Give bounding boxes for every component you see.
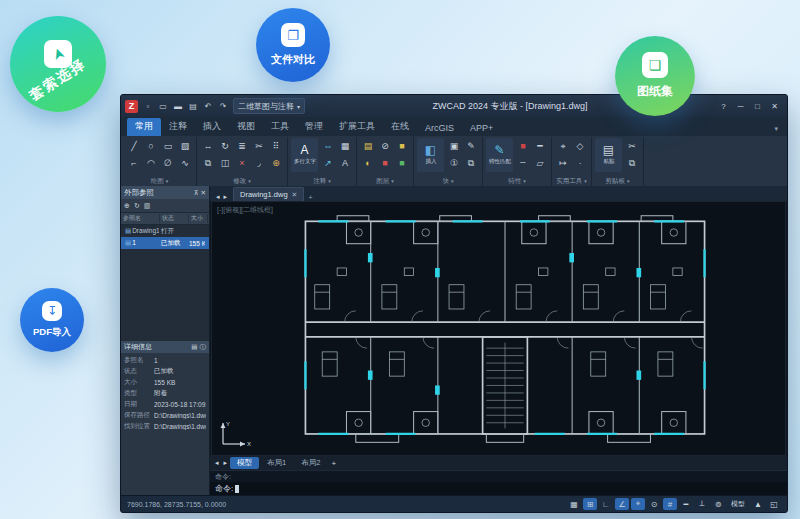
- drawing-canvas[interactable]: [-][俯视][二维线框]: [211, 201, 786, 456]
- move-icon[interactable]: ↔: [200, 138, 216, 154]
- grid-icon[interactable]: ⊞: [583, 498, 597, 510]
- dyn-icon[interactable]: #: [663, 498, 677, 510]
- pdf-import-badge[interactable]: ↧ PDF导入: [20, 288, 84, 352]
- layer-red-icon[interactable]: ■: [377, 155, 393, 171]
- window-maximize-button[interactable]: □: [749, 99, 766, 114]
- table-icon[interactable]: ▦: [337, 138, 353, 154]
- refresh-icon[interactable]: ↻: [134, 202, 140, 210]
- print-icon[interactable]: ▤: [186, 100, 200, 113]
- leader-icon[interactable]: ↗: [320, 155, 336, 171]
- dynucs-icon[interactable]: ⟂: [695, 498, 709, 510]
- area-icon[interactable]: ◇: [572, 138, 588, 154]
- group-expand-icon[interactable]: ▾: [627, 178, 630, 184]
- menu-tab-10[interactable]: APP+: [462, 121, 501, 136]
- document-tab[interactable]: Drawing1.dwg ✕: [233, 187, 304, 201]
- measure-icon[interactable]: ⌖: [555, 138, 571, 154]
- otrack-icon[interactable]: ⊙: [647, 498, 661, 510]
- arc-icon[interactable]: ◠: [143, 155, 159, 171]
- list-view-icon[interactable]: ▥: [144, 202, 151, 210]
- erase-icon[interactable]: ×: [234, 155, 250, 171]
- xref-column-1[interactable]: 参照名: [121, 214, 160, 223]
- spline-icon[interactable]: ∿: [177, 155, 193, 171]
- snap-icon[interactable]: ▦: [567, 498, 581, 510]
- layer-props-icon[interactable]: ▤: [360, 138, 376, 154]
- copy-icon[interactable]: ⧉: [200, 155, 216, 171]
- menu-tab-1[interactable]: 常用: [127, 118, 161, 136]
- ribbon-collapse-icon[interactable]: ▾: [771, 125, 781, 136]
- dist-icon[interactable]: ↦: [555, 155, 571, 171]
- ribbon-big-button[interactable]: ✎特性匹配: [486, 138, 513, 172]
- copyclip-icon[interactable]: ⧉: [463, 155, 479, 171]
- lasso-select-badge[interactable]: ➤ 套索选择: [10, 16, 106, 112]
- group-expand-icon[interactable]: ▾: [166, 178, 169, 184]
- group-expand-icon[interactable]: ▾: [584, 178, 587, 184]
- xref-column-3[interactable]: 大小: [189, 214, 208, 223]
- lwt-icon[interactable]: ━: [679, 498, 693, 510]
- menu-tab-5[interactable]: 工具: [263, 118, 297, 136]
- close-icon[interactable]: ✕: [201, 189, 206, 197]
- ellipse-icon[interactable]: ∅: [160, 155, 176, 171]
- redo-icon[interactable]: ↷: [216, 100, 230, 113]
- file-compare-badge[interactable]: ❐ 文件对比: [256, 8, 330, 82]
- tab-prev-icon[interactable]: ◂: [213, 459, 221, 467]
- lineweight-icon[interactable]: ━: [532, 138, 548, 154]
- model-space-button[interactable]: 模型: [727, 499, 749, 509]
- dim-icon[interactable]: ⇔: [320, 138, 336, 154]
- layout-tab-布局2[interactable]: 布局2: [294, 457, 327, 469]
- window-close-button[interactable]: ✕: [766, 99, 783, 114]
- hatch-icon[interactable]: ▨: [177, 138, 193, 154]
- xref-row[interactable]: ▤1已加载155 KB: [121, 237, 209, 249]
- open-icon[interactable]: ▭: [156, 100, 170, 113]
- group-expand-icon[interactable]: ▾: [391, 178, 394, 184]
- mirror-icon[interactable]: ◫: [217, 155, 233, 171]
- copyclip-icon[interactable]: ⧉: [624, 155, 640, 171]
- menu-tab-3[interactable]: 插入: [195, 118, 229, 136]
- xref-column-2[interactable]: 状态: [160, 214, 189, 223]
- menu-tab-6[interactable]: 管理: [297, 118, 331, 136]
- annoscale-icon[interactable]: ▲: [751, 498, 765, 510]
- sheet-set-badge[interactable]: ❏ 图纸集: [615, 36, 695, 116]
- line-icon[interactable]: ╱: [126, 138, 142, 154]
- trim-icon[interactable]: ✂: [251, 138, 267, 154]
- rotate-icon[interactable]: ↻: [217, 138, 233, 154]
- group-expand-icon[interactable]: ▾: [451, 178, 454, 184]
- attach-icon[interactable]: ⊕: [124, 202, 130, 210]
- layer-green-icon[interactable]: ■: [394, 155, 410, 171]
- array-icon[interactable]: ⠿: [268, 138, 284, 154]
- ribbon-big-button[interactable]: ▤粘贴: [595, 138, 622, 172]
- ortho-icon[interactable]: ∟: [599, 498, 613, 510]
- new-icon[interactable]: ▫: [141, 100, 155, 113]
- layout-plus-icon[interactable]: +: [328, 459, 339, 468]
- cycling-icon[interactable]: ⊚: [711, 498, 725, 510]
- osnap-icon[interactable]: ⌖: [631, 498, 645, 510]
- group-expand-icon[interactable]: ▾: [523, 178, 526, 184]
- menu-tab-7[interactable]: 扩展工具: [331, 118, 383, 136]
- xref-row[interactable]: ▤Drawing1打开: [121, 225, 209, 237]
- menu-tab-9[interactable]: ArcGIS: [417, 121, 462, 136]
- tab-scroll-icons[interactable]: ◂▸: [212, 193, 231, 201]
- rect-icon[interactable]: ▭: [160, 138, 176, 154]
- tab-close-icon[interactable]: ✕: [292, 191, 298, 199]
- cut-icon[interactable]: ✂: [624, 138, 640, 154]
- window-minimize-button[interactable]: ─: [732, 99, 749, 114]
- text-icon[interactable]: A: [337, 155, 353, 171]
- color-icon[interactable]: ■: [515, 138, 531, 154]
- pin-icon[interactable]: ⊼: [194, 189, 199, 197]
- explode-icon[interactable]: ⊛: [268, 155, 284, 171]
- props-icon[interactable]: ▤: [191, 343, 197, 352]
- info-icon[interactable]: ⓘ: [200, 343, 207, 352]
- group-expand-icon[interactable]: ▾: [248, 178, 251, 184]
- window-help-button[interactable]: ?: [715, 99, 732, 114]
- menu-tab-4[interactable]: 视图: [229, 118, 263, 136]
- bylayer-icon[interactable]: ▱: [532, 155, 548, 171]
- polar-icon[interactable]: ∠: [615, 498, 629, 510]
- group-expand-icon[interactable]: ▾: [328, 178, 331, 184]
- ribbon-big-button[interactable]: ◧插入: [417, 138, 444, 172]
- circle-icon[interactable]: ○: [143, 138, 159, 154]
- menu-tab-8[interactable]: 在线: [383, 118, 417, 136]
- ribbon-big-button[interactable]: A多行文字: [291, 138, 318, 172]
- fillet-icon[interactable]: ◞: [251, 155, 267, 171]
- tab-prev-icon[interactable]: ◂: [214, 193, 222, 200]
- layout-tab-模型[interactable]: 模型: [230, 457, 259, 469]
- layer-lock-icon[interactable]: ⊘: [377, 138, 393, 154]
